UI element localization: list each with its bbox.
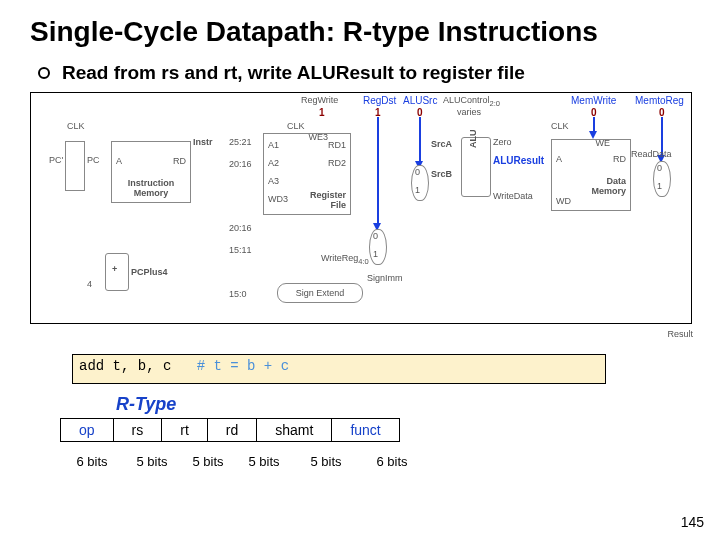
block-register-file: A1 A2 A3 WD3 WE3 RD1 RD2 Register File bbox=[263, 133, 351, 215]
label-pcplus4: PCPlus4 bbox=[131, 267, 168, 277]
block-pc-reg bbox=[65, 141, 85, 191]
bullet-icon bbox=[38, 67, 50, 79]
label-clk3: CLK bbox=[551, 121, 569, 131]
label-rf-wd3: WD3 bbox=[268, 194, 288, 204]
label-aluresult: ALUResult bbox=[493, 155, 544, 166]
code-instr: add t, b, c bbox=[79, 358, 171, 374]
label-pc-out: PC bbox=[87, 155, 100, 165]
label-dm-a: A bbox=[556, 154, 562, 164]
label-instr: Instr bbox=[193, 137, 213, 147]
format-field-op: op bbox=[61, 419, 114, 442]
format-bits-rd: 5 bits bbox=[236, 454, 292, 469]
datapath-diagram: RegWrite RegDst ALUSrc ALUControl2:0 Mem… bbox=[30, 92, 692, 324]
slide-title: Single-Cycle Datapath: R-type Instructio… bbox=[30, 16, 598, 48]
label-zero: Zero bbox=[493, 137, 512, 147]
label-15-0: 15:0 bbox=[229, 289, 247, 299]
value-regwrite: 1 bbox=[319, 107, 325, 118]
label-alusrc: ALUSrc bbox=[403, 95, 437, 106]
label-pc-in: PC' bbox=[49, 155, 63, 165]
mux-memtoreg-1: 1 bbox=[657, 181, 662, 191]
value-aluctrl: varies bbox=[457, 107, 481, 117]
label-imem-rd: RD bbox=[173, 156, 186, 166]
label-signext: Sign Extend bbox=[296, 288, 345, 298]
label-writedata: WriteData bbox=[493, 191, 533, 201]
label-regdst: RegDst bbox=[363, 95, 396, 106]
mux-regdst-1: 1 bbox=[373, 249, 378, 259]
instruction-format-bits: 6 bits5 bits5 bits5 bits5 bits6 bits bbox=[60, 454, 424, 469]
code-comment: # t = b + c bbox=[197, 358, 289, 374]
format-bits-rt: 5 bits bbox=[180, 454, 236, 469]
label-four: 4 bbox=[87, 279, 92, 289]
page-number: 145 bbox=[681, 514, 704, 530]
label-memwrite: MemWrite bbox=[571, 95, 616, 106]
label-dm-name: Data Memory bbox=[591, 176, 626, 196]
format-field-rs: rs bbox=[113, 419, 162, 442]
wire-alusrc bbox=[419, 117, 421, 163]
bullet-text: Read from rs and rt, write ALUResult to … bbox=[62, 62, 525, 84]
label-writereg: WriteReg4:0 bbox=[321, 253, 369, 266]
rtype-heading: R-Type bbox=[116, 394, 176, 415]
label-imem-a: A bbox=[116, 156, 122, 166]
label-rf-rd1: RD1 bbox=[328, 140, 346, 150]
label-srcb: SrcB bbox=[431, 169, 452, 179]
label-25-21: 25:21 bbox=[229, 137, 252, 147]
label-srca: SrcA bbox=[431, 139, 452, 149]
format-field-rt: rt bbox=[162, 419, 208, 442]
format-bits-rs: 5 bits bbox=[124, 454, 180, 469]
label-rf-we3: WE3 bbox=[308, 132, 328, 142]
format-field-rd: rd bbox=[207, 419, 256, 442]
block-data-memory: A RD WE WD Data Memory bbox=[551, 139, 631, 211]
label-dm-wd: WD bbox=[556, 196, 571, 206]
label-imem-name: Instruction Memory bbox=[112, 178, 190, 198]
label-15-11: 15:11 bbox=[229, 245, 252, 255]
format-field-shamt: shamt bbox=[257, 419, 332, 442]
label-clk1: CLK bbox=[67, 121, 85, 131]
mux-alusrc-1: 1 bbox=[415, 185, 420, 195]
label-plus: + bbox=[112, 264, 117, 274]
code-example: add t, b, c # t = b + c bbox=[72, 354, 606, 384]
block-sign-extend: Sign Extend bbox=[277, 283, 363, 303]
label-rf-name: Register File bbox=[310, 190, 346, 210]
label-dm-rd: RD bbox=[613, 154, 626, 164]
mux-regdst-0: 0 bbox=[373, 231, 378, 241]
label-20-16b: 20:16 bbox=[229, 223, 252, 233]
label-rf-a1: A1 bbox=[268, 140, 279, 150]
block-alu: ALU bbox=[461, 137, 491, 197]
label-memtoreg: MemtoReg bbox=[635, 95, 684, 106]
bullet-row: Read from rs and rt, write ALUResult to … bbox=[38, 62, 525, 84]
format-bits-funct: 6 bits bbox=[360, 454, 424, 469]
label-clk2: CLK bbox=[287, 121, 305, 131]
label-rf-a2: A2 bbox=[268, 158, 279, 168]
mux-alusrc-0: 0 bbox=[415, 167, 420, 177]
format-field-funct: funct bbox=[332, 419, 399, 442]
label-rf-a3: A3 bbox=[268, 176, 279, 186]
format-bits-op: 6 bits bbox=[60, 454, 124, 469]
label-signimm: SignImm bbox=[367, 273, 403, 283]
label-readdata: ReadData bbox=[631, 149, 672, 159]
label-dm-we: WE bbox=[596, 138, 611, 148]
format-bits-shamt: 5 bits bbox=[292, 454, 360, 469]
instruction-format-table: oprsrtrdshamtfunct bbox=[60, 418, 400, 442]
mux-memtoreg-0: 0 bbox=[657, 163, 662, 173]
label-alu: ALU bbox=[468, 130, 478, 149]
block-adder: + bbox=[105, 253, 129, 291]
label-20-16: 20:16 bbox=[229, 159, 252, 169]
wire-regdst bbox=[377, 117, 379, 225]
label-rf-rd2: RD2 bbox=[328, 158, 346, 168]
label-aluctrl: ALUControl2:0 bbox=[443, 95, 500, 108]
block-instruction-memory: A RD Instruction Memory bbox=[111, 141, 191, 203]
label-regwrite: RegWrite bbox=[301, 95, 338, 105]
label-result: Result bbox=[667, 329, 693, 339]
